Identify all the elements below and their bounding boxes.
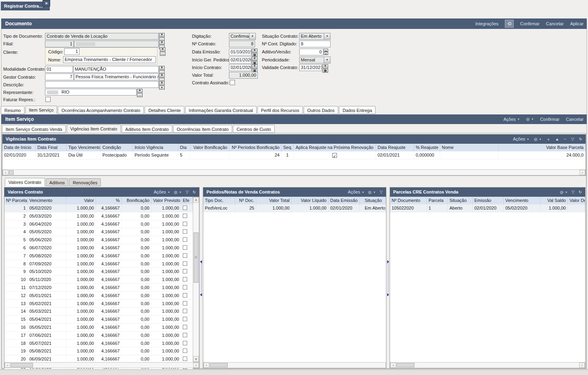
periodicidade-select[interactable]: Mensal▼ <box>299 57 331 63</box>
clear-icon[interactable] <box>159 73 165 77</box>
table-row[interactable]: 14 05/03/2021 1.000,00 4,166667 0,00 1.0… <box>4 308 193 316</box>
filter-icon[interactable]: ▽ <box>571 137 574 141</box>
scrollbar-thumb[interactable] <box>9 170 14 175</box>
table-row[interactable]: 4 05/05/2020 1.000,00 4,166667 0,00 1.00… <box>4 228 193 236</box>
item-servico-tab[interactable]: Aditivos Item Contrato <box>122 125 172 133</box>
column-header[interactable]: Vencimento <box>28 197 66 204</box>
column-header[interactable]: Data Emissão <box>329 197 360 204</box>
cancelar-button[interactable]: Cancelar <box>546 21 564 26</box>
table-row[interactable]: 10 05/11/2020 1.000,00 4,166667 0,00 1.0… <box>4 276 193 284</box>
column-header[interactable]: Nº Doc. <box>235 197 256 204</box>
table-row[interactable]: 19 05/08/2021 1.000,00 4,166667 0,00 1.0… <box>4 347 193 355</box>
modalidade-name-field[interactable]: MANUTENÇÃO <box>73 66 159 73</box>
scroll-left-icon[interactable]: ‹ <box>390 363 396 368</box>
parcelas-h-scrollbar[interactable]: ‹ › <box>390 362 585 368</box>
confirmar-button[interactable]: Confirmar <box>520 21 539 26</box>
table-row[interactable]: 12 05/01/2021 1.000,00 4,166667 0,00 1.0… <box>4 292 193 300</box>
cliente-nome-field[interactable]: Empresa Treinamento - Cliente / Forneced… <box>63 56 156 63</box>
detail-tab[interactable]: Valores Contrato <box>5 178 45 186</box>
column-header[interactable]: Val Saldo <box>541 197 568 204</box>
column-header[interactable]: Efe <box>181 197 193 204</box>
table-row[interactable]: 1 05/02/2020 1.000,00 4,166667 0,00 1.00… <box>4 204 193 212</box>
panel-splitter[interactable] <box>386 187 390 363</box>
table-row[interactable]: 5 05/06/2020 1.000,00 4,166667 0,00 1.00… <box>4 236 193 244</box>
item-servico-tab[interactable]: Ocorrências Item Contrato <box>173 125 232 133</box>
dropdown-icon[interactable]: ▼ <box>249 33 255 39</box>
main-tab[interactable]: Ocorrências Acompanhamento Contrato <box>58 106 144 114</box>
collapse-right-icon[interactable] <box>387 293 389 296</box>
pin-button[interactable] <box>505 20 514 28</box>
main-tab[interactable]: Perfil dos Recursos <box>257 106 303 114</box>
filial-name-field[interactable] <box>74 41 159 47</box>
column-header[interactable]: Valor Previsto <box>151 197 181 204</box>
acoes-menu-button[interactable]: Ações▼ <box>348 188 364 197</box>
column-header[interactable]: Vencimento <box>504 197 541 204</box>
scroll-right-icon[interactable]: › <box>579 363 585 368</box>
situacao-contrato-select[interactable]: Em Aberto▼ <box>299 33 331 40</box>
table-row[interactable]: 15 05/04/2021 1.000,00 4,166667 0,00 1.0… <box>4 316 193 324</box>
table-row[interactable]: 9 05/10/2020 1.000,00 4,166667 0,00 1.00… <box>4 268 193 276</box>
digitacao-select[interactable]: Confirmado▼ <box>229 33 256 40</box>
table-row[interactable]: 105022020 1 Aberto 02/01/2020 05/02/2020… <box>390 204 585 212</box>
column-header[interactable]: Aplica Reajuste na Próxima Renovação <box>294 144 376 151</box>
representante-field[interactable]: RIO <box>45 89 137 96</box>
collapse-left-icon[interactable] <box>200 293 202 296</box>
pedidos-h-scrollbar[interactable]: ‹ <box>203 362 386 368</box>
refresh-icon[interactable]: ↻ <box>193 190 196 194</box>
column-header[interactable]: Valor Total <box>256 197 292 204</box>
table-row[interactable]: 17 07/06/2021 1.000,00 4,166667 0,00 1.0… <box>4 332 193 340</box>
column-header[interactable]: Data de Início <box>2 144 36 151</box>
chevron-down-icon[interactable] <box>159 86 165 90</box>
contrato-assinado-checkbox[interactable] <box>230 80 235 85</box>
refresh-icon[interactable]: ↻ <box>579 190 582 194</box>
dropdown-icon[interactable]: ▼ <box>324 33 330 39</box>
efetivado-checkbox[interactable] <box>183 309 187 313</box>
table-row[interactable]: 8 07/09/2020 1.000,00 4,166667 0,00 1.00… <box>4 260 193 268</box>
detail-tab[interactable]: Aditivos <box>46 178 69 186</box>
valores-h-scrollbar[interactable]: ‹ › <box>4 362 199 368</box>
vigencias-h-scrollbar[interactable]: ‹ › <box>2 169 586 175</box>
column-header[interactable]: % <box>96 197 122 204</box>
efetivado-checkbox[interactable] <box>183 222 187 226</box>
validade-contrato-field[interactable]: 31/12/2021 <box>299 64 322 71</box>
efetivado-checkbox[interactable] <box>183 214 187 218</box>
acoes-menu-button[interactable]: Ações▼ <box>503 117 520 122</box>
dropdown-icon[interactable]: ▼ <box>324 57 330 63</box>
panel-splitter[interactable] <box>200 187 203 363</box>
view-selector-button[interactable]: ◎▼ <box>368 190 376 194</box>
inicio-ger-pedidos-field[interactable]: 02/01/2020 <box>229 57 251 63</box>
detail-tab[interactable]: Renovações <box>69 178 101 186</box>
main-tab[interactable]: Resumo <box>1 106 24 114</box>
cancelar-section-button[interactable]: Cancelar <box>566 117 584 122</box>
column-header[interactable]: Início Vigência <box>133 144 178 151</box>
calendar-icon[interactable] <box>323 69 328 73</box>
splitter-handle[interactable] <box>388 263 388 292</box>
item-servico-tab[interactable]: Vigências Item Contrato <box>67 124 121 133</box>
filter-icon[interactable]: ▽ <box>380 190 383 194</box>
column-header[interactable]: Valor Líquido <box>292 197 329 204</box>
efetivado-checkbox[interactable] <box>183 237 187 242</box>
aditivo-versao-field[interactable]: 0 <box>299 49 323 55</box>
collapse-left-icon[interactable] <box>200 260 202 263</box>
valores-v-scrollbar[interactable]: ∧ ∨ <box>193 197 199 362</box>
spinner-down-icon[interactable] <box>324 52 328 55</box>
refresh-icon[interactable]: ↻ <box>579 137 582 141</box>
efetivado-checkbox[interactable] <box>183 206 187 210</box>
aplicar-button[interactable]: Aplicar <box>570 21 584 26</box>
remove-row-button[interactable]: − <box>564 137 566 141</box>
clear-icon[interactable] <box>252 57 257 61</box>
clear-icon[interactable] <box>160 47 165 51</box>
filter-icon[interactable]: ▽ <box>186 190 189 194</box>
column-header[interactable]: Nº Períodos Bonificação <box>229 144 282 151</box>
table-row[interactable]: 2 05/03/2020 1.000,00 4,166667 0,00 1.00… <box>4 212 193 220</box>
efetivado-checkbox[interactable] <box>183 285 187 289</box>
column-header[interactable]: Seq. <box>282 144 294 151</box>
column-header[interactable]: Nº Parcela <box>4 197 28 204</box>
clear-icon[interactable] <box>252 49 257 53</box>
cliente-codigo-field[interactable]: 1 <box>64 48 80 55</box>
table-row[interactable]: 13 05/02/2021 1.000,00 4,166667 0,00 1.0… <box>4 300 193 308</box>
column-header[interactable]: % Reajuste <box>414 144 440 151</box>
efetivado-checkbox[interactable] <box>183 269 187 273</box>
column-header[interactable]: Condição <box>101 144 133 151</box>
view-selector-button[interactable]: ◎▼ <box>174 190 182 194</box>
